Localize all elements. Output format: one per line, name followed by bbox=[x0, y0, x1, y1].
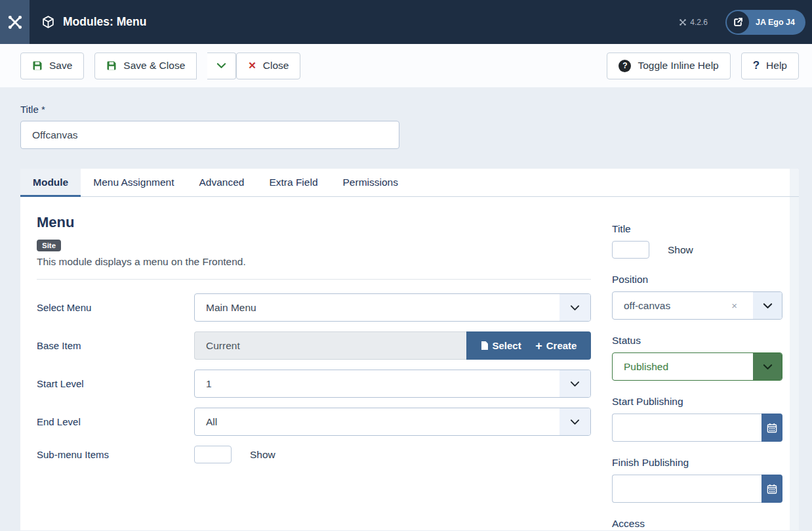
joomla-logo-icon bbox=[7, 14, 24, 31]
position-label: Position bbox=[612, 274, 782, 286]
start-level-row: Start Level 1 bbox=[37, 370, 591, 398]
save-icon bbox=[32, 60, 43, 71]
title-field-label: Title * bbox=[20, 104, 812, 115]
chevron-down-icon bbox=[559, 408, 590, 435]
start-level-value: 1 bbox=[195, 370, 559, 397]
status-label: Status bbox=[612, 335, 782, 347]
chevron-down-icon bbox=[753, 292, 782, 319]
save-options-dropdown-button[interactable] bbox=[207, 53, 236, 79]
base-item-create-label: Create bbox=[546, 340, 577, 351]
title-show-state: Show bbox=[668, 244, 693, 256]
save-label: Save bbox=[49, 60, 72, 72]
save-and-close-button[interactable]: Save & Close bbox=[94, 53, 197, 79]
select-menu-value: Main Menu bbox=[195, 294, 559, 321]
title-show-label: Title bbox=[612, 223, 782, 235]
version-text: 4.2.6 bbox=[690, 18, 708, 27]
tab-advanced[interactable]: Advanced bbox=[186, 169, 256, 196]
submenu-items-label: Sub-menu Items bbox=[37, 449, 194, 460]
save-close-button-group: Save & Close bbox=[94, 53, 236, 79]
tab-module[interactable]: Module bbox=[20, 169, 81, 196]
base-item-select-button[interactable]: Select bbox=[481, 340, 521, 351]
close-label: Close bbox=[263, 60, 289, 72]
calendar-icon bbox=[767, 484, 777, 494]
tab-bar: Module Menu Assignment Advanced Extra Fi… bbox=[20, 169, 799, 197]
access-label: Access bbox=[612, 518, 782, 530]
tab-extra-field[interactable]: Extra Field bbox=[256, 169, 330, 196]
finish-publishing-input[interactable] bbox=[612, 475, 761, 503]
title-toggle-block: Title Show bbox=[612, 223, 782, 259]
end-level-label: End Level bbox=[37, 416, 194, 427]
chevron-down-icon bbox=[753, 353, 782, 380]
start-publishing-calendar-button[interactable] bbox=[761, 414, 782, 442]
close-x-icon: ✕ bbox=[248, 60, 256, 72]
chevron-down-icon bbox=[559, 370, 590, 397]
module-title-section: Title * bbox=[20, 104, 812, 149]
site-badge: Site bbox=[37, 240, 61, 251]
help-button[interactable]: ? Help bbox=[741, 53, 799, 79]
select-menu-label: Select Menu bbox=[37, 302, 194, 313]
finish-publishing-calendar-button[interactable] bbox=[761, 475, 782, 503]
module-cube-icon bbox=[41, 15, 55, 29]
panel-heading: Menu bbox=[37, 214, 591, 231]
save-button[interactable]: Save bbox=[20, 53, 84, 79]
start-publishing-input[interactable] bbox=[612, 414, 761, 442]
file-icon bbox=[481, 341, 489, 350]
version-joomla-icon bbox=[679, 18, 687, 26]
version-indicator: 4.2.6 bbox=[679, 18, 708, 27]
module-options-column: Menu Site This module displays a menu on… bbox=[37, 214, 591, 531]
status-dropdown[interactable]: Published bbox=[612, 352, 782, 381]
end-level-row: End Level All bbox=[37, 408, 591, 436]
finish-publishing-label: Finish Publishing bbox=[612, 457, 782, 469]
panel-description: This module displays a menu on the Front… bbox=[37, 256, 591, 268]
start-level-label: Start Level bbox=[37, 378, 194, 389]
close-button[interactable]: ✕ Close bbox=[236, 53, 300, 79]
question-circle-icon: ? bbox=[619, 60, 631, 72]
access-block: Access bbox=[612, 518, 782, 530]
tab-permissions[interactable]: Permissions bbox=[331, 169, 411, 196]
status-block: Status Published bbox=[612, 335, 782, 381]
plus-icon: + bbox=[535, 340, 542, 352]
user-menu-label: JA Ego J4 bbox=[756, 18, 795, 27]
toggle-inline-help-button[interactable]: ? Toggle Inline Help bbox=[607, 53, 730, 79]
user-menu-button[interactable]: JA Ego J4 bbox=[725, 10, 805, 35]
submenu-items-state: Show bbox=[250, 449, 275, 461]
title-show-toggle[interactable] bbox=[612, 241, 649, 259]
save-and-close-label: Save & Close bbox=[123, 60, 185, 72]
page-title: Modules: Menu bbox=[41, 15, 146, 29]
select-menu-row: Select Menu Main Menu bbox=[37, 293, 591, 322]
base-item-input bbox=[194, 331, 466, 360]
external-link-icon bbox=[727, 11, 749, 33]
select-menu-dropdown[interactable]: Main Menu bbox=[194, 293, 591, 322]
base-item-create-button[interactable]: + Create bbox=[535, 340, 577, 352]
joomla-logo[interactable] bbox=[0, 0, 30, 44]
publishing-sidebar: Title Show Position off-canvas × bbox=[612, 214, 782, 531]
app-header: Modules: Menu 4.2.6 bbox=[0, 0, 812, 44]
start-level-dropdown[interactable]: 1 bbox=[194, 370, 591, 398]
base-item-label: Base Item bbox=[37, 340, 194, 351]
module-edit-card: Module Menu Assignment Advanced Extra Fi… bbox=[20, 169, 799, 530]
divider bbox=[37, 279, 591, 280]
submenu-items-toggle[interactable] bbox=[194, 446, 232, 463]
base-item-row: Base Item Select bbox=[37, 331, 591, 360]
start-publishing-block: Start Publishing bbox=[612, 396, 782, 442]
tab-menu-assignment[interactable]: Menu Assignment bbox=[81, 169, 186, 196]
end-level-value: All bbox=[195, 408, 559, 435]
title-input[interactable] bbox=[20, 121, 399, 149]
base-item-select-label: Select bbox=[493, 340, 521, 351]
position-block: Position off-canvas × bbox=[612, 274, 782, 320]
calendar-icon bbox=[767, 423, 777, 433]
finish-publishing-block: Finish Publishing bbox=[612, 457, 782, 503]
position-value: off-canvas bbox=[624, 300, 670, 312]
submenu-items-row: Sub-menu Items Show bbox=[37, 446, 591, 463]
position-combobox[interactable]: off-canvas × bbox=[612, 291, 782, 320]
save-icon bbox=[106, 60, 117, 71]
start-publishing-label: Start Publishing bbox=[612, 396, 782, 408]
chevron-down-icon bbox=[559, 294, 590, 321]
end-level-dropdown[interactable]: All bbox=[194, 408, 591, 436]
action-toolbar: Save Save & Close ✕ Close ? bbox=[0, 44, 812, 87]
page-title-text: Modules: Menu bbox=[63, 15, 146, 29]
question-icon: ? bbox=[753, 59, 760, 72]
status-value: Published bbox=[613, 353, 753, 380]
help-label: Help bbox=[766, 60, 787, 72]
clear-icon[interactable]: × bbox=[731, 300, 745, 311]
